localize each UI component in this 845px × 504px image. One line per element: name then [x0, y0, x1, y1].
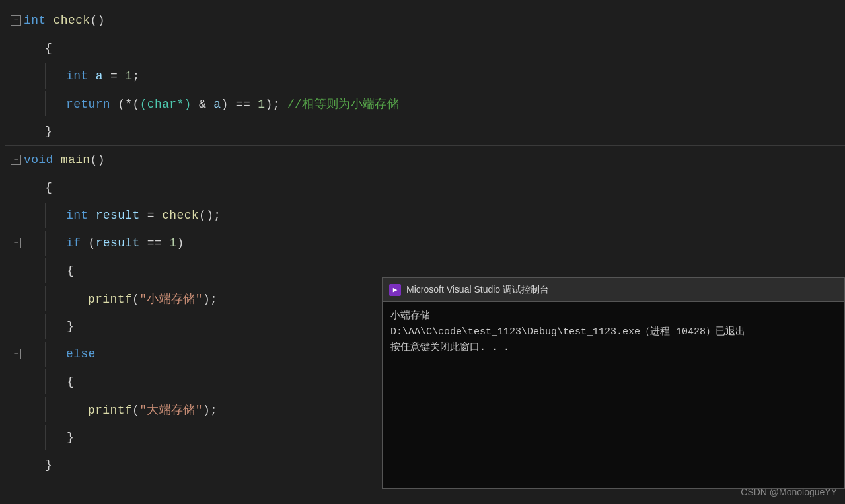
- fold-placeholder-15: [11, 404, 21, 415]
- guide-3: [45, 63, 46, 89]
- code-text-5: }: [45, 125, 52, 138]
- guide-11b: [67, 286, 67, 311]
- code-text-9: if (result == 1): [66, 236, 184, 250]
- code-text-15: printf("大端存储");: [88, 402, 217, 417]
- code-text-12: }: [67, 320, 74, 333]
- fold-placeholder-4: [11, 98, 21, 109]
- guide-4: [45, 91, 46, 116]
- console-body: 小端存储 D:\AA\C\code\test_1123\Debug\test_1…: [383, 302, 844, 488]
- code-text-17: }: [45, 458, 52, 472]
- code-line-6: − void main(): [5, 146, 845, 174]
- code-text-7: {: [45, 181, 52, 194]
- fold-placeholder-3: [11, 71, 21, 81]
- console-icon: ▶: [389, 284, 401, 296]
- guide-9: [45, 231, 46, 256]
- fold-placeholder-14: [11, 377, 21, 387]
- console-line-3: 按任意键关闭此窗口. . .: [390, 340, 836, 356]
- fold-btn-1[interactable]: −: [11, 15, 21, 26]
- fold-placeholder-8: [11, 210, 21, 221]
- code-text-14: {: [67, 375, 74, 388]
- fold-placeholder-16: [11, 432, 21, 443]
- guide-12a: [45, 314, 46, 339]
- console-titlebar[interactable]: ▶ Microsoft Visual Studio 调试控制台: [383, 278, 844, 302]
- code-line-1: − int check(): [5, 7, 845, 34]
- console-title: Microsoft Visual Studio 调试控制台: [406, 284, 549, 296]
- code-text-10: {: [67, 264, 74, 277]
- code-text-3: int a = 1;: [66, 69, 140, 83]
- code-line-3: int a = 1;: [5, 62, 845, 90]
- code-line-7: {: [5, 174, 845, 201]
- guide-13: [45, 342, 46, 367]
- code-line-9: − if (result == 1): [5, 229, 845, 257]
- code-text-13: else: [66, 347, 96, 361]
- console-line-1: 小端存储: [390, 308, 836, 324]
- fold-btn-6[interactable]: −: [11, 155, 21, 165]
- guide-11a: [45, 286, 46, 311]
- code-text-6: void main(): [24, 153, 105, 166]
- code-text-8: int result = check();: [66, 209, 221, 222]
- console-window: ▶ Microsoft Visual Studio 调试控制台 小端存储 D:\…: [382, 277, 845, 489]
- guide-14a: [45, 369, 46, 394]
- code-line-2: {: [5, 34, 845, 62]
- fold-placeholder-5: [11, 126, 21, 137]
- code-text-2: {: [45, 42, 52, 55]
- fold-placeholder-2: [11, 43, 21, 54]
- code-line-8: int result = check();: [5, 201, 845, 229]
- fold-placeholder-12: [11, 321, 21, 332]
- fold-btn-9[interactable]: −: [11, 238, 21, 248]
- code-text-11: printf("小端存储");: [88, 291, 217, 306]
- fold-placeholder-7: [11, 182, 21, 193]
- fold-placeholder-11: [11, 293, 21, 304]
- code-text-16: }: [67, 431, 74, 444]
- fold-placeholder-10: [11, 266, 21, 276]
- code-line-5: }: [5, 118, 845, 145]
- guide-8: [45, 203, 46, 228]
- console-line-2: D:\AA\C\code\test_1123\Debug\test_1123.e…: [390, 324, 836, 340]
- fold-btn-13[interactable]: −: [11, 349, 21, 359]
- guide-10a: [45, 258, 46, 283]
- fold-placeholder-17: [11, 460, 21, 470]
- guide-15b: [67, 397, 67, 422]
- guide-16a: [45, 425, 46, 450]
- code-line-4: return (*((char*) & a) == 1); //相等则为小端存储: [5, 90, 845, 118]
- guide-15a: [45, 397, 46, 422]
- code-text-1: int check(): [24, 14, 105, 27]
- code-text-4: return (*((char*) & a) == 1); //相等则为小端存储: [66, 96, 399, 112]
